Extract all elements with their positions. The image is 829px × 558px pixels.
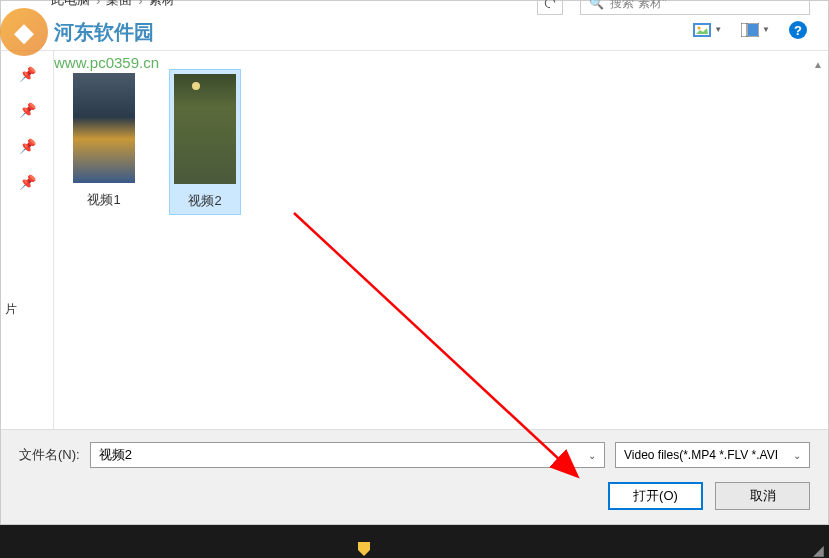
filename-input[interactable]: 视频2 ⌄	[90, 442, 605, 468]
pin-icon[interactable]: 📌	[19, 138, 36, 154]
search-placeholder: 搜索"素材"	[610, 1, 667, 9]
open-button[interactable]: 打开(O)	[608, 482, 703, 510]
chevron-right-icon: ›	[96, 1, 100, 8]
breadcrumb-part[interactable]: 此电脑	[51, 1, 90, 9]
layout-icon	[740, 20, 760, 40]
chevron-down-icon: ⌄	[793, 450, 801, 461]
file-label: 视频2	[188, 192, 221, 210]
filename-value: 视频2	[99, 446, 132, 464]
bottom-panel: 文件名(N): 视频2 ⌄ Video files(*.MP4 *.FLV *.…	[1, 429, 828, 524]
file-item-video2[interactable]: 视频2	[169, 69, 241, 215]
pin-icon[interactable]: 📌	[19, 102, 36, 118]
filter-value: Video files(*.MP4 *.FLV *.AVI	[624, 448, 778, 462]
refresh-button[interactable]	[537, 1, 563, 9]
filename-label: 文件名(N):	[19, 446, 80, 464]
help-icon: ?	[788, 20, 808, 40]
file-label: 视频1	[87, 191, 120, 209]
layout-button[interactable]: ▼	[740, 20, 770, 40]
cancel-button[interactable]: 取消	[715, 482, 810, 510]
svg-rect-5	[748, 24, 758, 36]
pin-icon[interactable]: 📌	[19, 66, 36, 82]
cancel-label: 取消	[750, 487, 776, 505]
video-thumbnail	[73, 73, 135, 183]
timeline-playhead-icon	[352, 540, 376, 558]
refresh-icon	[543, 1, 557, 9]
sidebar-item-label[interactable]: 片	[5, 301, 17, 318]
quick-access-sidebar: 📌 📌 📌 📌	[1, 51, 54, 429]
chevron-down-icon: ▼	[714, 25, 722, 34]
chevron-right-icon: ›	[138, 1, 142, 8]
chevron-down-icon: ⌄	[588, 450, 596, 461]
breadcrumb-part[interactable]: 素材	[149, 1, 175, 9]
chevron-down-icon: ▼	[762, 25, 770, 34]
file-list[interactable]: ▲ 视频1 视频2	[54, 51, 828, 429]
svg-text:?: ?	[794, 23, 802, 38]
breadcrumb-part[interactable]: 桌面	[106, 1, 132, 9]
help-button[interactable]: ?	[788, 20, 808, 40]
file-filter-select[interactable]: Video files(*.MP4 *.FLV *.AVI ⌄	[615, 442, 810, 468]
toolbar: ▼ ▼ ?	[1, 9, 828, 51]
file-item-video1[interactable]: 视频1	[69, 69, 139, 213]
open-label: 打开(O)	[633, 487, 678, 505]
scroll-up-button[interactable]: ▲	[810, 59, 826, 75]
video-thumbnail	[174, 74, 236, 184]
resize-grip[interactable]: ◢	[813, 542, 829, 558]
search-input[interactable]: 🔍 搜索"素材"	[580, 1, 810, 9]
picture-icon	[692, 20, 712, 40]
view-mode-button[interactable]: ▼	[692, 20, 722, 40]
svg-point-2	[698, 26, 701, 29]
breadcrumb[interactable]: 此电脑 › 桌面 › 素材	[51, 1, 175, 9]
search-icon: 🔍	[589, 1, 604, 9]
pin-icon[interactable]: 📌	[19, 174, 36, 190]
